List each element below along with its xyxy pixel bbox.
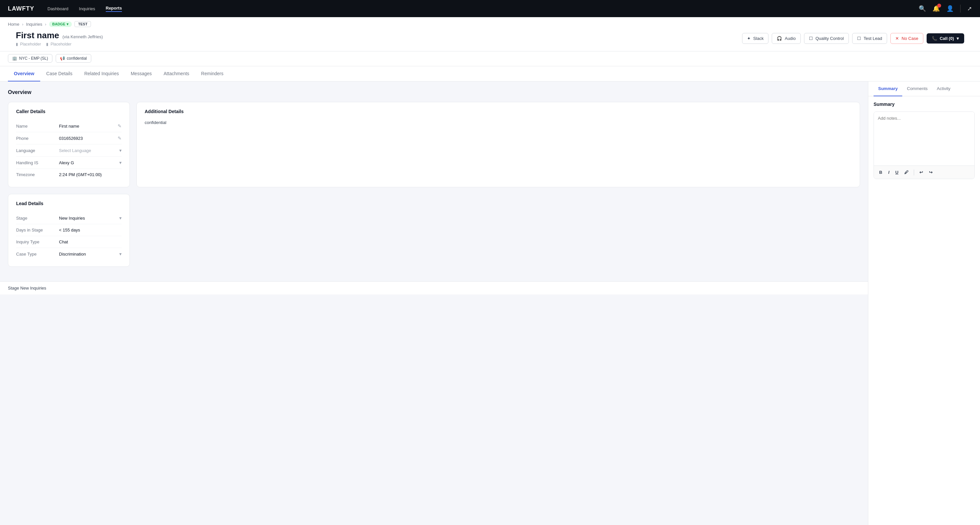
undo-button[interactable]: ↩ <box>917 169 925 176</box>
field-label-inquiry-type: Inquiry Type <box>16 239 59 244</box>
breadcrumb-home[interactable]: Home <box>8 22 19 27</box>
notifications-icon[interactable]: 🔔 <box>932 5 940 12</box>
call-button[interactable]: 📞 Call (0) ▾ <box>927 33 964 43</box>
redo-button[interactable]: ↪ <box>927 169 934 176</box>
underline-button[interactable]: U <box>893 169 900 176</box>
test-pill: TEST <box>75 21 91 27</box>
sidebar-tab-comments[interactable]: Comments <box>902 81 932 96</box>
field-label-language: Language <box>16 148 59 153</box>
field-name: Name First name ✎ <box>16 120 122 132</box>
notification-badge <box>937 4 941 8</box>
additional-details-card: Additional Details confidential <box>137 102 860 187</box>
page-header: First name (via Kenneth Jeffries) ▮ Plac… <box>8 30 972 51</box>
slack-button[interactable]: ✦ Slack <box>742 33 769 44</box>
breadcrumb-sep-1: › <box>22 22 23 27</box>
field-value-case-type: Discrimination <box>59 252 119 257</box>
building-icon: 🏢 <box>12 56 17 61</box>
field-label-phone: Phone <box>16 136 59 141</box>
field-value-handling: Alexy G <box>59 160 119 165</box>
field-timezone: Timezone 2:24 PM (GMT+01:00) <box>16 169 122 180</box>
tab-messages[interactable]: Messages <box>125 66 158 81</box>
lead-details-title: Lead Details <box>16 201 122 206</box>
page-subtitle: (via Kenneth Jeffries) <box>63 34 103 39</box>
highlight-button[interactable]: 🖊 <box>902 169 910 176</box>
quality-control-button[interactable]: ☐ Quality Control <box>804 33 849 44</box>
field-value-inquiry-type: Chat <box>59 239 122 244</box>
page-meta: ▮ Placeholder ▮ Placeholder <box>16 42 103 46</box>
tab-related-inquiries[interactable]: Related Inquiries <box>78 66 125 81</box>
edit-name-icon[interactable]: ✎ <box>118 123 122 129</box>
user-icon[interactable]: 👤 <box>947 5 954 12</box>
lead-details-card: Lead Details Stage New Inquiries ▾ Days … <box>8 194 130 267</box>
header-actions: ✦ Slack 🎧 Audio ☐ Quality Control ☐ Test… <box>742 33 964 44</box>
field-label-case-type: Case Type <box>16 252 59 257</box>
overview-section-title: Overview <box>8 89 860 95</box>
field-label-days: Days in Stage <box>16 228 59 233</box>
tab-case-details[interactable]: Case Details <box>40 66 78 81</box>
sidebar-content: Summary B I U 🖊 ↩ ↪ <box>868 96 980 525</box>
italic-button[interactable]: I <box>886 169 891 176</box>
page-title: First name <box>16 30 59 41</box>
tab-overview[interactable]: Overview <box>8 66 40 81</box>
field-inquiry-type: Inquiry Type Chat <box>16 236 122 248</box>
field-stage: Stage New Inquiries ▾ <box>16 212 122 224</box>
notes-textarea[interactable] <box>874 112 974 164</box>
toolbar-separator <box>914 169 914 176</box>
nav-divider <box>960 5 961 13</box>
nav-inquiries[interactable]: Inquiries <box>79 6 95 11</box>
tag-nyc[interactable]: 🏢 NYC - EMP (SL) <box>8 54 52 63</box>
breadcrumb: Home › Inquiries › BADGE ▾ TEST <box>8 21 972 27</box>
edit-phone-icon[interactable]: ✎ <box>118 136 122 141</box>
audio-button[interactable]: 🎧 Audio <box>772 33 800 44</box>
page-title-section: First name (via Kenneth Jeffries) ▮ Plac… <box>16 30 103 46</box>
stage-bar[interactable]: Stage New Inquiries <box>0 281 868 295</box>
app-logo: LAWFTY <box>8 5 34 12</box>
external-link-icon[interactable]: ➚ <box>967 5 972 12</box>
main-layout: Overview Caller Details Name First name … <box>0 81 980 525</box>
sidebar-tab-summary[interactable]: Summary <box>873 81 902 96</box>
field-value-phone: 0316526923 <box>59 136 118 141</box>
sidebar-tab-activity[interactable]: Activity <box>932 81 955 96</box>
breadcrumb-sep-2: › <box>45 22 46 27</box>
field-label-stage: Stage <box>16 215 59 220</box>
no-case-button[interactable]: ✕ No Case <box>890 33 923 44</box>
search-icon[interactable]: 🔍 <box>919 5 926 12</box>
two-col-layout: Caller Details Name First name ✎ Phone 0… <box>8 102 860 194</box>
sidebar-panel: Summary Comments Activity Summary B I U … <box>868 81 980 525</box>
field-label-handling: Handling IS <box>16 160 59 165</box>
meta-placeholder-2: ▮ Placeholder <box>46 42 71 46</box>
stage-chevron-icon[interactable]: ▾ <box>119 215 122 220</box>
caller-details-title: Caller Details <box>16 109 122 114</box>
badge-pill[interactable]: BADGE ▾ <box>49 21 72 27</box>
main-tabs: Overview Case Details Related Inquiries … <box>0 66 980 81</box>
bold-button[interactable]: B <box>877 169 884 176</box>
test-lead-button[interactable]: ☐ Test Lead <box>852 33 887 44</box>
slack-icon: ✦ <box>747 36 751 41</box>
case-type-chevron-icon[interactable]: ▾ <box>119 251 122 257</box>
field-value-language[interactable]: Select Language <box>59 148 119 153</box>
content-inner: Overview Caller Details Name First name … <box>0 81 868 281</box>
call-chevron-down-icon: ▾ <box>957 36 959 41</box>
field-language: Language Select Language ▾ <box>16 144 122 156</box>
nav-dashboard[interactable]: Dashboard <box>48 6 68 11</box>
stage-label: Stage New Inquiries <box>8 286 46 290</box>
nav-reports[interactable]: Reports <box>106 6 122 12</box>
sidebar-tabs: Summary Comments Activity <box>868 81 980 96</box>
tab-attachments[interactable]: Attachments <box>158 66 196 81</box>
field-days-in-stage: Days in Stage < 155 days <box>16 224 122 236</box>
field-handling: Handling IS Alexy G ▾ <box>16 156 122 169</box>
tag-confidential[interactable]: 📢 confidential <box>56 54 91 63</box>
caller-details-card: Caller Details Name First name ✎ Phone 0… <box>8 102 130 187</box>
breadcrumb-inquiries[interactable]: Inquiries <box>26 22 42 27</box>
tab-reminders[interactable]: Reminders <box>195 66 229 81</box>
field-label-name: Name <box>16 124 59 129</box>
additional-details-content: confidential <box>145 120 852 125</box>
language-chevron-icon[interactable]: ▾ <box>119 148 122 153</box>
additional-details-title: Additional Details <box>145 109 852 114</box>
notes-editor: B I U 🖊 ↩ ↪ <box>873 112 975 179</box>
content-area: Overview Caller Details Name First name … <box>0 81 868 525</box>
test-checkbox-icon: ☐ <box>857 36 861 41</box>
handling-chevron-icon[interactable]: ▾ <box>119 160 122 165</box>
topnav-right: 🔍 🔔 👤 ➚ <box>919 5 972 13</box>
headphone-icon: 🎧 <box>777 36 782 41</box>
